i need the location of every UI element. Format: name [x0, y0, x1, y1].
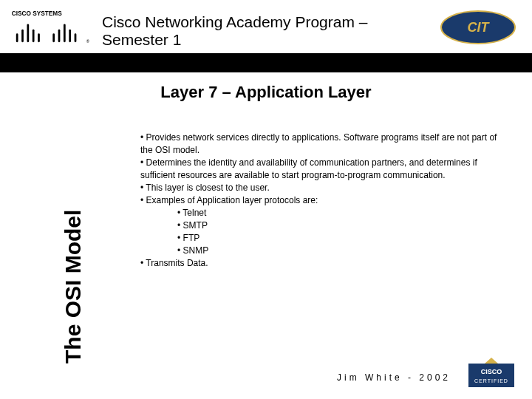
- sub-bullet-item: • FTP: [140, 232, 510, 245]
- header-black-bar: [0, 53, 532, 72]
- sub-bullet-item: • SMTP: [140, 219, 510, 232]
- bullet-text: This layer is closest to the user.: [146, 183, 269, 193]
- footer-credit: Jim White - 2002: [0, 372, 532, 383]
- svg-text:®: ®: [86, 39, 89, 44]
- vertical-label-region: The OSI Model: [33, 130, 74, 313]
- bullet-item: • Determines the identity and availabili…: [140, 157, 510, 182]
- sub-bullet-item: • SNMP: [140, 245, 510, 257]
- bullet-item: • Examples of Application layer protocol…: [140, 194, 510, 207]
- cisco-certified-logo: CISCO CERTIFIED: [464, 358, 519, 389]
- bullet-item: • This layer is closest to the user.: [140, 182, 510, 194]
- sub-bullet-text: FTP: [183, 233, 200, 243]
- svg-text:CISCO: CISCO: [481, 368, 502, 375]
- cisco-systems-logo: CISCO SYSTEMS ®: [10, 7, 92, 48]
- bullet-text: Transmits Data.: [146, 258, 208, 268]
- bullet-text: Examples of Application layer protocols …: [146, 195, 318, 205]
- vertical-label: The OSI Model: [61, 210, 86, 364]
- svg-text:CERTIFIED: CERTIFIED: [474, 378, 508, 383]
- sub-bullet-text: SNMP: [183, 245, 209, 256]
- svg-text:CISCO SYSTEMS: CISCO SYSTEMS: [12, 10, 62, 17]
- bullet-item: • Provides network services directly to …: [140, 132, 510, 157]
- bullet-text: Determines the identity and availability…: [140, 157, 477, 180]
- sub-bullet-text: Telnet: [183, 208, 206, 218]
- bullet-item: • Transmits Data.: [140, 257, 510, 270]
- slide-title: Layer 7 – Application Layer: [0, 83, 532, 102]
- slide-body-text: • Provides network services directly to …: [140, 132, 510, 270]
- header-strip: CISCO SYSTEMS ® Cisco Networking Academy…: [0, 0, 532, 53]
- svg-text:CIT: CIT: [468, 20, 491, 35]
- svg-marker-15: [485, 358, 498, 364]
- sub-bullet-text: SMTP: [183, 220, 208, 231]
- sub-bullet-item: • Telnet: [140, 207, 510, 219]
- program-title: Cisco Networking Academy Program – Semes…: [102, 13, 412, 49]
- cit-logo: CIT: [437, 7, 519, 48]
- svg-rect-16: [468, 364, 514, 387]
- bullet-text: Provides network services directly to ap…: [140, 132, 497, 155]
